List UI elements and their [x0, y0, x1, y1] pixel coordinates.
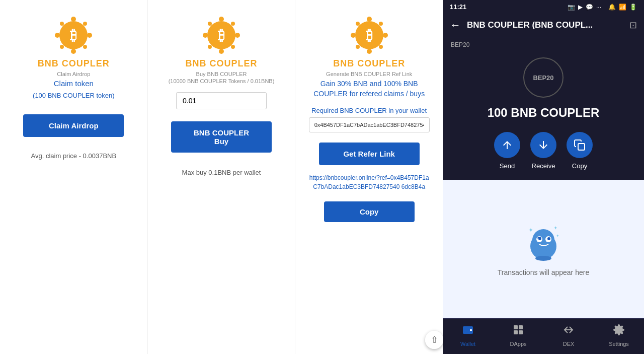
- status-time: 11:21: [450, 3, 466, 11]
- status-icons: 📷 ▶ 💬 ··· 🔔 📶 🔋: [568, 4, 637, 11]
- copy-label: Copy: [572, 162, 587, 170]
- nav-dapps[interactable]: DApps: [503, 324, 533, 347]
- dex-nav-label: DEX: [563, 341, 575, 347]
- copy-action[interactable]: Copy: [567, 132, 593, 170]
- max-buy-label: Max buy 0.1BNB per wallet: [182, 169, 261, 176]
- svg-point-15: [231, 45, 235, 49]
- bep20-badge: BEP20: [443, 37, 644, 52]
- svg-point-21: [383, 33, 388, 38]
- buy-logo: ₿: [201, 15, 242, 55]
- nav-settings[interactable]: Settings: [604, 324, 634, 347]
- refer-subtitle: Generate BNB COUPLER Ref Link: [326, 71, 412, 77]
- svg-point-23: [351, 33, 356, 38]
- svg-point-2: [71, 49, 76, 54]
- token-balance: 100 BNB COUPLER: [443, 106, 644, 120]
- refer-link: https://bnbcoupler.online/?ref=0x4B457DF…: [309, 173, 430, 191]
- svg-point-0: [71, 17, 76, 22]
- wallet-app: 11:21 📷 ▶ 💬 ··· 🔔 📶 🔋 ← BNB COUPLER (BNB…: [443, 0, 644, 354]
- send-icon: [494, 132, 520, 158]
- camera-icon: 📷: [568, 4, 575, 11]
- svg-text:✦: ✦: [528, 227, 533, 234]
- dex-nav-icon: [562, 324, 575, 339]
- buy-brand-title: BNB COUPLER: [186, 58, 258, 69]
- claim-brand-title: BNB COUPLER: [38, 58, 110, 69]
- buy-subtitle-2: (10000 BNB COUPLER Tokens / 0.01BNB): [169, 78, 275, 84]
- svg-point-6: [60, 45, 64, 49]
- svg-point-7: [60, 22, 64, 26]
- claim-logo: ₿: [53, 15, 94, 55]
- copy-button[interactable]: Copy: [324, 201, 415, 222]
- svg-rect-45: [514, 330, 518, 334]
- claim-token-label: Claim token: [54, 79, 94, 88]
- svg-point-3: [55, 33, 60, 38]
- svg-point-12: [219, 49, 224, 54]
- copy-icon: [567, 132, 593, 158]
- status-bar: 11:21 📷 ▶ 💬 ··· 🔔 📶 🔋: [443, 0, 644, 14]
- svg-rect-30: [578, 144, 585, 150]
- action-buttons: Send Receive Copy: [443, 132, 644, 170]
- buy-subtitle-1: Buy BNB COUPLER: [196, 71, 247, 77]
- claim-subtitle: Claim Airdrop: [57, 71, 90, 77]
- buy-button[interactable]: BNB COUPLER Buy: [171, 121, 272, 153]
- wallet-nav-label: Wallet: [460, 341, 475, 347]
- svg-point-5: [83, 45, 87, 49]
- nav-dex[interactable]: DEX: [553, 324, 584, 347]
- svg-text:✦: ✦: [553, 225, 557, 231]
- claim-section: ₿ BNB COUPLER Claim Airdrop Claim token …: [0, 0, 148, 354]
- svg-point-36: [547, 237, 550, 240]
- bottom-nav: Wallet DApps DEX: [443, 318, 644, 354]
- wifi-icon: 📶: [619, 4, 626, 11]
- svg-point-17: [208, 22, 212, 26]
- wallet-header: ← BNB COUPLER (BNB COUPL... ⊡: [443, 14, 644, 37]
- settings-nav-icon: [613, 324, 625, 339]
- svg-point-20: [367, 17, 372, 22]
- message-icon: 💬: [586, 4, 593, 11]
- nav-wallet[interactable]: Wallet: [453, 324, 483, 347]
- refer-logo: ₿: [349, 15, 389, 55]
- svg-point-24: [379, 22, 383, 26]
- gain-text: Gain 30% BNB and 100% BNB COUPLER for re…: [305, 79, 433, 99]
- svg-point-4: [83, 22, 87, 26]
- refer-brand-title: BNB COUPLER: [333, 58, 405, 69]
- required-label: Required BNB COUPLER in your wallet: [311, 107, 427, 114]
- refer-section: ₿ BNB COUPLER Generate BNB COUPLER Ref L…: [295, 0, 443, 354]
- alarm-icon: 🔔: [608, 4, 616, 11]
- wallet-content: BEP20 BEP20 100 BNB COUPLER Send: [443, 37, 644, 318]
- svg-point-16: [208, 45, 212, 49]
- svg-point-13: [203, 33, 208, 38]
- token-circle-label: BEP20: [533, 74, 553, 82]
- svg-text:₿: ₿: [366, 28, 373, 43]
- send-action[interactable]: Send: [494, 132, 520, 170]
- svg-point-14: [231, 22, 235, 26]
- battery-icon: 🔋: [629, 4, 637, 11]
- svg-point-1: [87, 33, 92, 38]
- wallet-title: BNB COUPLER (BNB COUPL...: [467, 20, 629, 30]
- get-refer-button[interactable]: Get Refer Link: [319, 143, 420, 165]
- claim-airdrop-button[interactable]: Claim Airdrop: [23, 114, 124, 137]
- svg-rect-43: [514, 325, 518, 329]
- wallet-address-input[interactable]: [309, 117, 430, 132]
- svg-point-27: [356, 22, 360, 26]
- more-icon: ···: [596, 4, 601, 11]
- buy-amount-input[interactable]: [176, 92, 267, 109]
- web-app: ₿ BNB COUPLER Claim Airdrop Claim token …: [0, 0, 443, 354]
- receive-icon: [530, 132, 556, 158]
- svg-text:₿: ₿: [70, 28, 77, 43]
- svg-rect-44: [519, 325, 523, 329]
- svg-point-22: [367, 49, 372, 54]
- transactions-empty-label: Transactions will appear here: [498, 268, 589, 276]
- dapps-nav-label: DApps: [510, 341, 526, 347]
- scroll-up-button[interactable]: ⇧: [425, 331, 443, 349]
- svg-point-10: [219, 17, 224, 22]
- dapps-nav-icon: [512, 324, 524, 339]
- transactions-section: ✦ ✦ ✦ Transactions will appear here: [443, 180, 644, 318]
- receive-action[interactable]: Receive: [530, 132, 556, 170]
- receive-label: Receive: [532, 162, 555, 170]
- settings-nav-label: Settings: [609, 341, 629, 347]
- back-button[interactable]: ←: [450, 19, 461, 32]
- external-link-icon[interactable]: ⊡: [629, 20, 637, 31]
- mascot: ✦ ✦ ✦: [523, 222, 564, 262]
- svg-rect-42: [470, 329, 472, 331]
- svg-point-40: [535, 256, 551, 261]
- chevron-up-icon: ⇧: [431, 334, 438, 345]
